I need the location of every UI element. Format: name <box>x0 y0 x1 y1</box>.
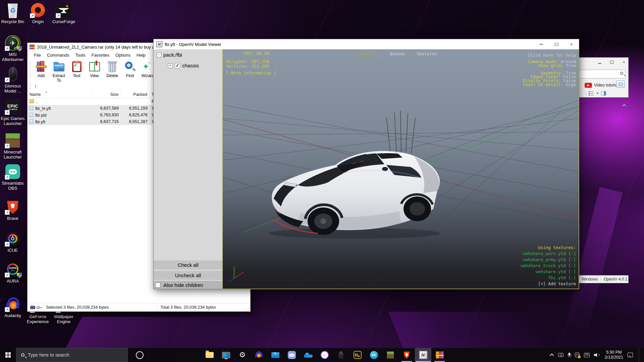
up-directory-button[interactable]: ↑ <box>31 82 40 90</box>
chassis-checkbox[interactable]: ✓ <box>175 63 180 68</box>
extract-to-button[interactable]: Extract To <box>50 59 68 83</box>
desktop-icon-streamlabs[interactable]: ↗ Streamlabs OBS <box>0 164 25 191</box>
show-desktop-button[interactable] <box>639 348 641 362</box>
taskbar-clock[interactable]: 5:30 PM 2/13/2021 <box>604 350 623 360</box>
tray-expand-icon[interactable] <box>550 353 554 358</box>
taskbar-search[interactable] <box>16 348 128 362</box>
columns-view-icon[interactable] <box>601 91 606 96</box>
taskbar-voicemod[interactable]: vm <box>366 348 382 362</box>
viewer-stats: FPS: 60.10 Polygons: 287,158 Vertices: 2… <box>226 51 269 69</box>
texture-item[interactable]: vehshare_worn.ytd [-] <box>520 251 576 257</box>
tab-bounds[interactable]: Bounds <box>390 51 405 56</box>
more-information-link[interactable]: [ More information ] <box>226 70 276 75</box>
taskbar-brave[interactable] <box>398 348 415 362</box>
desktop-icon-msi-afterburner[interactable]: ✈ ↗ MSI Afterburner <box>0 35 25 62</box>
desktop-icon-epic-games[interactable]: EPIC GAMES ↗ Epic Games Launcher <box>0 99 25 126</box>
desktop-icon-audacity[interactable]: ↗ Audacity <box>0 296 25 318</box>
file-explorer-icon <box>206 352 214 358</box>
taskbar-openiv[interactable]: IV <box>415 348 431 362</box>
taskbar-audacity[interactable] <box>251 348 267 362</box>
window-mode-button[interactable] <box>616 80 625 88</box>
taskbar-settings[interactable]: ⚙ <box>234 348 251 362</box>
menu-options[interactable]: Options <box>112 52 133 59</box>
search-input[interactable] <box>573 70 626 78</box>
desktop-icon-minecraft[interactable]: ↗ Minecraft Launcher <box>0 132 25 160</box>
texture-item[interactable]: vehshare.ytd [-] <box>520 269 576 275</box>
onedrive-cloud-icon <box>304 353 313 358</box>
icon-label: Epic Games Launcher <box>0 116 25 126</box>
menu-help[interactable]: Help <box>133 52 149 59</box>
maximize-button[interactable] <box>609 60 614 65</box>
help-link[interactable]: Click here for help <box>528 53 576 58</box>
taskbar-onedrive[interactable] <box>300 348 316 362</box>
taskbar-glorious-mouse[interactable] <box>333 348 349 362</box>
expand-icon[interactable]: + <box>168 63 173 68</box>
camera-icon[interactable] <box>558 353 564 357</box>
taskbar-minecraft[interactable] <box>382 348 398 362</box>
taskbar-wallpaper-engine[interactable] <box>218 348 234 362</box>
close-button[interactable]: × <box>564 40 579 49</box>
network-icon[interactable] <box>584 353 590 357</box>
maximize-button[interactable] <box>549 40 564 49</box>
brave-icon <box>403 351 410 359</box>
check-all-button[interactable]: Check all <box>154 260 222 269</box>
column-header-name[interactable]: Name <box>28 91 91 98</box>
add-button[interactable]: Add <box>32 59 50 78</box>
minimize-button[interactable] <box>597 60 602 65</box>
menu-favorites[interactable]: Favorites <box>89 52 112 59</box>
add-texture-button[interactable]: [+] Add texture <box>520 281 576 287</box>
taskbar-mail[interactable] <box>267 348 283 362</box>
start-button[interactable] <box>0 348 16 362</box>
taskbar-winrar[interactable] <box>431 348 448 362</box>
collapse-icon[interactable]: − <box>157 53 161 57</box>
aura-sync-icon: AURA SYN ↗ <box>5 261 21 278</box>
dropdown-arrow-icon[interactable]: ▼ <box>596 92 599 95</box>
texture-item[interactable]: fbi.ytd [-] <box>520 275 576 281</box>
test-button[interactable]: ✓ Test <box>68 59 86 78</box>
also-hide-children-checkbox[interactable] <box>155 283 160 288</box>
taskbar-itunes[interactable]: ♪ <box>316 348 333 362</box>
desktop-icon-icue[interactable]: ↗ iCUE <box>0 231 25 253</box>
minimize-button[interactable] <box>534 40 549 49</box>
sync-icon[interactable] <box>575 353 580 357</box>
delete-button[interactable]: Delete <box>103 59 121 78</box>
microphone-icon[interactable] <box>568 353 571 358</box>
desktop-icon-origin[interactable]: ↗ Origin <box>25 2 51 24</box>
desktop-icon-brave[interactable]: ↗ Brave <box>0 199 25 221</box>
desktop-icon-glorious-model[interactable]: ↗ Glorious Model ... <box>0 66 25 94</box>
viewport-3d[interactable]: FPS: 60.10 Polygons: 287,158 Vertices: 2… <box>222 49 579 289</box>
streamlabs-robot-icon: ↗ <box>5 164 21 180</box>
menu-tools[interactable]: Tools <box>72 52 88 59</box>
tree-root-label[interactable]: pack:/fbi <box>163 52 182 58</box>
texture-list: Using textures: vehshare_worn.ytd [-] ve… <box>520 245 576 287</box>
taskbar-discord[interactable] <box>283 348 300 362</box>
taskbar-file-explorer[interactable] <box>201 348 218 362</box>
find-button[interactable]: Find <box>121 59 139 78</box>
list-view-icon[interactable] <box>589 91 594 96</box>
tree-item-chassis[interactable]: chassis <box>182 63 199 68</box>
tab-skeleton[interactable]: Skeleton <box>417 51 437 56</box>
texture-item[interactable]: vehshare_truck.ytd [-] <box>520 263 576 269</box>
uncheck-all-button[interactable]: Uncheck all <box>154 271 222 280</box>
column-header-packed[interactable]: Packed <box>121 91 150 98</box>
minecraft-grass-block-icon: ↗ <box>5 132 21 148</box>
tab-geometry[interactable]: Geometry <box>358 51 378 56</box>
close-button[interactable]: × <box>622 60 626 65</box>
model-viewer-titlebar[interactable]: IV fbi.yft - OpenIV Model Viewer × <box>154 39 579 49</box>
desktop-icon-curseforge[interactable]: ↗ CurseForge <box>51 2 76 24</box>
resize-grip[interactable] <box>246 307 250 311</box>
texture-item[interactable]: vehshare_army.ytd [-] <box>520 257 576 263</box>
volume-icon[interactable] <box>594 353 600 357</box>
menu-commands[interactable]: Commands <box>44 52 72 59</box>
desktop-icon-recycle-bin[interactable]: ♻ Recycle Bin <box>0 2 25 24</box>
cortana-button[interactable] <box>136 351 144 359</box>
wallpaper-beam <box>388 312 544 349</box>
taskbar-rockstar[interactable]: R★ <box>349 348 366 362</box>
menu-file[interactable]: File <box>31 52 44 59</box>
search-input[interactable] <box>28 352 115 358</box>
desktop-icon-aura[interactable]: AURA SYN ↗ AURA <box>0 261 25 284</box>
action-center-icon[interactable] <box>628 353 633 357</box>
column-header-size[interactable]: Size <box>91 91 121 98</box>
view-button[interactable]: View <box>86 59 103 78</box>
scroll-up-arrow[interactable] <box>623 104 626 107</box>
